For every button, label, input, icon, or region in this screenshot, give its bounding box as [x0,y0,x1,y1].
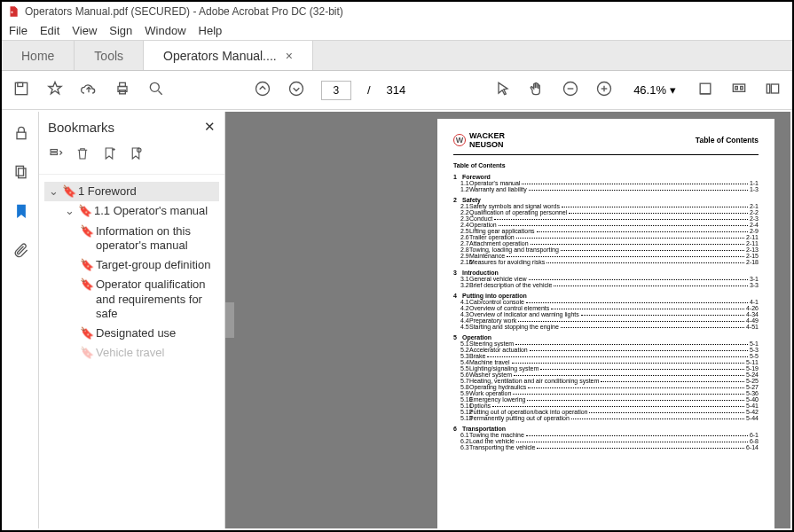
close-panel-icon[interactable]: ✕ [204,119,216,135]
bookmark-icon: 🔖 [80,346,92,359]
attachment-icon[interactable] [12,241,30,262]
chevron-down-icon[interactable]: ⌄ [48,184,59,198]
tab-home-label: Home [21,49,54,63]
toc-entry: 2.7Attachment operation2-11 [453,240,759,246]
pointer-icon[interactable] [494,80,512,100]
bookmark-item-foreword[interactable]: ⌄ 🔖 1 Foreword [44,182,219,201]
bookmark-label: Operator qualification and requirements … [96,278,217,321]
toc-entry: 6.3Transporting the vehicle6-14 [453,444,759,450]
bookmark-label: Target-group definition [96,258,217,272]
toc-entry: 5.3Brake5-5 [453,353,759,359]
toc-entry: 2.9Maintenance2-15 [453,253,759,259]
titlebar: Operators Manual.pdf (SECURED) - Adobe A… [2,2,792,21]
search-icon[interactable] [147,80,165,100]
zoom-dropdown[interactable]: 46.1% ▾ [629,81,680,99]
bookmark-icon: 🔖 [80,278,92,291]
thumbnails-icon[interactable] [12,163,30,184]
tab-document[interactable]: Operators Manual.... × [144,41,313,70]
toc-entry: 4.2Overview of control elements4-26 [453,305,759,311]
svg-rect-18 [766,84,769,93]
find-bookmark-icon[interactable] [128,145,144,165]
options-icon[interactable] [48,145,64,165]
zoom-in-icon[interactable] [595,80,613,100]
toc-section-head: 2Safety [453,197,759,203]
new-bookmark-icon[interactable] [101,145,117,165]
tab-home[interactable]: Home [2,41,75,70]
bookmark-label: Designated use [96,326,217,340]
brand-logo: W WACKER NEUSON [453,131,505,149]
save-icon[interactable] [12,80,30,100]
print-icon[interactable] [114,80,131,100]
menu-sign[interactable]: Sign [109,24,132,37]
pdf-file-icon [7,5,20,18]
svg-line-6 [159,91,162,95]
bookmark-icon: 🔖 [80,326,92,340]
page-number-input[interactable] [321,81,351,100]
bookmark-item[interactable]: 🔖 Information on this operator's manual [44,222,219,256]
svg-rect-21 [16,166,23,176]
zoom-out-icon[interactable] [562,80,579,100]
bookmark-icon: 🔖 [62,184,75,198]
svg-rect-1 [18,82,23,86]
toc-section-head: 5Operation [453,334,759,340]
delete-icon[interactable] [75,145,90,165]
toc-entry: 4.4Preparatory work4-49 [453,317,759,324]
svg-point-8 [289,82,303,96]
page-down-icon[interactable] [287,80,305,100]
svg-point-5 [150,82,159,91]
toc-entry: 3.1General vehicle view3-1 [453,276,759,282]
menu-window[interactable]: Window [145,24,185,37]
toc-entry: 2.5Lifting gear applications2-9 [453,228,759,234]
toc-body: 1Foreword1.1Operator's manual1-11.2Warra… [453,174,759,450]
tab-tools[interactable]: Tools [75,41,144,70]
tab-tools-label: Tools [94,49,123,63]
toc-entry: 5.5Lighting/signaling system5-19 [453,365,759,372]
cloud-upload-icon[interactable] [80,80,98,100]
svg-rect-16 [735,87,738,90]
toc-entry: 5.7Heating, ventilation and air conditio… [453,378,759,384]
menu-view[interactable]: View [72,24,97,37]
bookmarks-panel: Bookmarks ✕ ⌄ 🔖 1 Foreword ⌄ 🔖 1.1 Opera… [39,112,225,528]
tab-document-label: Operators Manual.... [163,49,277,63]
toc-entry: 6.2Load the vehicle6-8 [453,438,759,444]
collapse-handle[interactable] [225,302,234,338]
chevron-down-icon[interactable]: ⌄ [64,204,75,217]
toc-entry: 5.1Steering system5-1 [453,340,759,347]
star-icon[interactable] [46,80,64,100]
menu-help[interactable]: Help [199,24,223,37]
svg-rect-23 [51,150,58,152]
page-total: 314 [387,83,406,97]
bookmark-icon: 🔖 [80,224,92,238]
svg-rect-17 [741,87,743,90]
lock-icon[interactable] [12,124,30,145]
toc-section-head: 1Foreword [453,174,759,180]
fit-width-icon[interactable] [696,80,714,100]
toolbar: / 314 46.1% ▾ [2,71,792,110]
bookmark-label: Information on this operator's manual [96,224,217,254]
close-icon[interactable]: × [286,49,293,63]
svg-rect-14 [700,83,711,94]
hand-icon[interactable] [528,80,546,100]
bookmark-item-operators-manual[interactable]: ⌄ 🔖 1.1 Operator's manual [44,201,219,221]
page-display-icon[interactable] [730,80,748,100]
brand-line2: NEUSON [469,140,505,149]
bookmark-label: 1.1 Operator's manual [94,204,217,218]
document-viewport[interactable]: W WACKER NEUSON Table of Contents Table … [225,112,790,528]
toc-section-head: 6Transportation [453,426,759,432]
bookmark-item[interactable]: 🔖 Designated use [44,324,219,343]
menu-edit[interactable]: Edit [40,24,59,37]
toc-entry: 5.10Emergency lowering5-40 [453,396,759,403]
menu-file[interactable]: File [9,24,28,37]
more-icon[interactable] [764,80,782,100]
bookmark-item[interactable]: 🔖 Target-group definition [44,255,219,275]
page-up-icon[interactable] [254,80,271,100]
bookmark-label: Vehicle travel [96,346,217,360]
toc-entry: 4.5Starting and stopping the engine4-51 [453,324,759,330]
bookmark-item[interactable]: 🔖 Operator qualification and requirement… [44,275,219,324]
menubar: File Edit View Sign Window Help [2,21,792,41]
toc-entry: 1.1Operator's manual1-1 [453,180,759,186]
bookmark-icon[interactable] [12,202,30,223]
brand-line1: WACKER [469,131,505,140]
bookmark-item[interactable]: 🔖 Vehicle travel [44,343,219,363]
toc-entry: 5.4Machine travel5-11 [453,359,759,365]
